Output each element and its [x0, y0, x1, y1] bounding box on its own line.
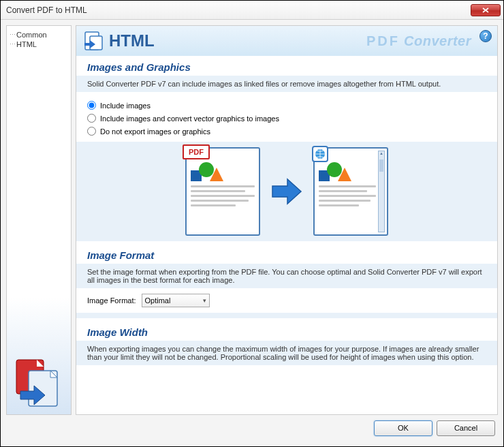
- format-combobox[interactable]: Optimal: [142, 294, 210, 307]
- radio-include-images[interactable]: Include images: [87, 99, 486, 112]
- section-title-images: Images and Graphics: [87, 61, 486, 73]
- combo-value: Optimal: [145, 296, 171, 305]
- content-panel[interactable]: HTML PDF Converter ? Images and Graphics…: [76, 25, 498, 415]
- radio-no-export[interactable]: Do not export images or graphics: [87, 125, 486, 138]
- close-button[interactable]: [471, 4, 501, 16]
- html-doc-preview: [313, 147, 388, 236]
- tree-item-common[interactable]: ⋯ Common: [10, 30, 68, 40]
- dialog-window: Convert PDF to HTML ⋯ Common ⋯ HTML: [0, 0, 504, 447]
- section-title-width: Image Width: [87, 326, 486, 338]
- button-bar: OK Cancel: [6, 415, 498, 441]
- tree-label: Common: [16, 31, 47, 39]
- close-icon: [482, 7, 489, 13]
- radio-group-images: Include images Include images and conver…: [87, 92, 486, 142]
- web-badge-icon: [312, 146, 328, 162]
- section-desc-width: When exporting images you can change the…: [76, 341, 497, 365]
- page-title: HTML: [109, 31, 155, 50]
- pdf-badge-icon: PDF: [183, 144, 210, 159]
- section-width: Image Width When exporting images you ca…: [76, 321, 497, 368]
- illustration: PDF: [76, 142, 497, 241]
- radio-label: Do not export images or graphics: [100, 127, 210, 136]
- content-header: HTML PDF Converter ?: [76, 26, 497, 56]
- help-button[interactable]: ?: [479, 30, 492, 42]
- window-title: Convert PDF to HTML: [6, 5, 471, 15]
- section-desc-format: Set the image format when exporting from…: [76, 264, 497, 288]
- scrollbar-icon: [378, 151, 385, 232]
- format-row: Image Format: Optimal: [87, 288, 486, 313]
- ok-button[interactable]: OK: [374, 420, 432, 436]
- tree-label: HTML: [16, 40, 37, 48]
- convert-icon: [12, 357, 64, 409]
- radio-label: Include images: [100, 102, 151, 110]
- arrow-right-icon: [271, 178, 302, 205]
- tree: ⋯ Common ⋯ HTML: [7, 26, 71, 53]
- radio-input[interactable]: [87, 101, 96, 110]
- format-label: Image Format:: [87, 296, 136, 305]
- html-icon: [83, 31, 104, 51]
- section-format: Image Format Set the image format when e…: [76, 244, 497, 321]
- section-images: Images and Graphics Solid Converter PDF …: [76, 56, 497, 244]
- radio-label: Include images and convert vector graphi…: [100, 114, 279, 123]
- dialog-body: ⋯ Common ⋯ HTML: [1, 20, 503, 446]
- pdf-doc-preview: PDF: [185, 147, 260, 236]
- section-title-format: Image Format: [87, 249, 486, 261]
- brand-text: PDF Converter: [366, 33, 471, 49]
- radio-include-vector[interactable]: Include images and convert vector graphi…: [87, 112, 486, 125]
- radio-input[interactable]: [87, 127, 96, 136]
- tree-item-html[interactable]: ⋯ HTML: [10, 40, 68, 49]
- titlebar: Convert PDF to HTML: [1, 1, 503, 20]
- tree-connector-icon: ⋯: [10, 31, 15, 38]
- sidebar: ⋯ Common ⋯ HTML: [6, 25, 72, 415]
- section-desc-images: Solid Converter PDF v7 can include image…: [76, 76, 497, 92]
- cancel-button[interactable]: Cancel: [437, 420, 495, 436]
- radio-input[interactable]: [87, 114, 96, 123]
- tree-connector-icon: ⋯: [10, 41, 15, 48]
- main-area: ⋯ Common ⋯ HTML: [6, 25, 498, 415]
